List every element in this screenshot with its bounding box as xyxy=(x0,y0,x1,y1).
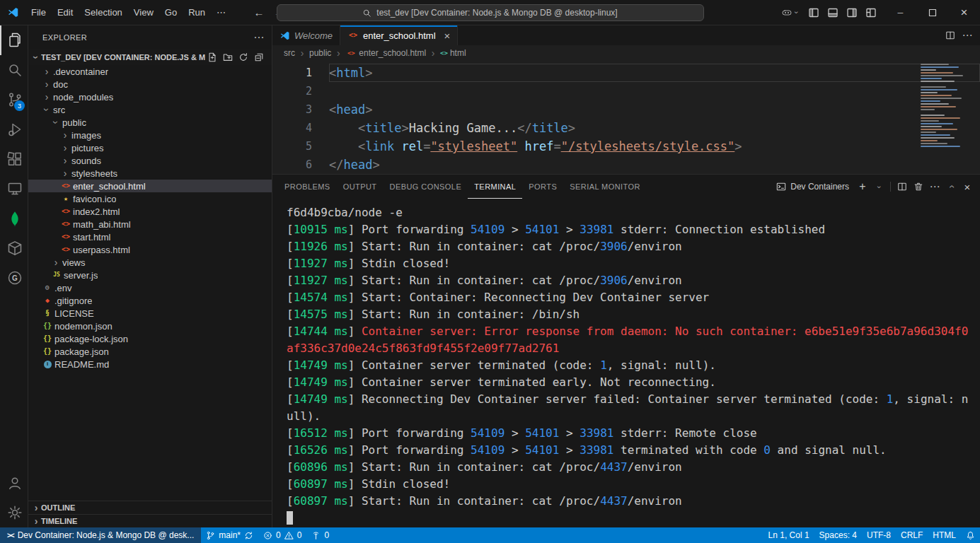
file-gitignore[interactable]: ◆.gitignore xyxy=(28,294,272,307)
search-icon[interactable] xyxy=(0,55,28,85)
indentation-setting[interactable]: Spaces: 4 xyxy=(814,527,862,543)
split-editor-button[interactable] xyxy=(943,28,957,42)
tab-enter-school-html[interactable]: <>enter_school.html xyxy=(340,25,458,45)
file-start-html[interactable]: <>start.html xyxy=(28,230,272,243)
copilot-menu-button[interactable] xyxy=(778,5,802,21)
go-back-icon[interactable] xyxy=(251,5,267,21)
git-branch-indicator[interactable]: main* xyxy=(201,527,258,543)
folder-stylesheets[interactable]: stylesheets xyxy=(28,167,272,180)
file-nodemon-json[interactable]: {}nodemon.json xyxy=(28,320,272,332)
folder-devcontainer[interactable]: .devcontainer xyxy=(28,65,272,78)
file-server-js[interactable]: JSserver.js xyxy=(28,269,272,281)
item-label: src xyxy=(53,105,65,115)
panel-tab-output[interactable]: OUTPUT xyxy=(337,175,384,199)
outline-section[interactable]: OUTLINE xyxy=(28,501,272,514)
new-terminal-button[interactable] xyxy=(855,180,870,194)
close-window-button[interactable] xyxy=(948,0,980,25)
breadcrumb-html[interactable]: html xyxy=(450,48,466,58)
menu-run[interactable]: Run xyxy=(183,4,211,21)
remote-explorer-icon[interactable] xyxy=(0,174,28,204)
folder-node-modules[interactable]: node_modules xyxy=(28,90,272,103)
kill-terminal-button[interactable] xyxy=(911,180,926,194)
file-package-json[interactable]: {}package.json xyxy=(28,345,272,358)
customize-layout-button[interactable] xyxy=(863,5,879,21)
language-mode[interactable]: HTML xyxy=(928,527,961,543)
eol-setting[interactable]: CRLF xyxy=(896,527,928,543)
settings-icon[interactable] xyxy=(0,498,28,527)
docker-icon[interactable] xyxy=(0,233,28,263)
panel-more-actions-icon[interactable] xyxy=(928,180,942,194)
menu-view[interactable]: View xyxy=(128,4,159,21)
panel-tab-problems[interactable]: PROBLEMS xyxy=(278,175,337,199)
toggle-secondary-sidebar-button[interactable] xyxy=(844,5,860,21)
breadcrumb-public[interactable]: public xyxy=(309,48,331,58)
terminal-dropdown-button[interactable] xyxy=(872,180,886,194)
terminal-profile-selector[interactable]: Dev Containers xyxy=(772,182,853,192)
toggle-panel-button[interactable] xyxy=(825,5,841,21)
file-userpass-html[interactable]: <>userpass.html xyxy=(28,243,272,256)
menu-more[interactable]: ⋯ xyxy=(211,4,231,21)
file-license[interactable]: §LICENSE xyxy=(28,307,272,320)
new-file-button[interactable] xyxy=(205,50,219,64)
close-panel-button[interactable] xyxy=(960,180,974,194)
notifications-bell[interactable] xyxy=(961,527,980,543)
folder-sounds[interactable]: sounds xyxy=(28,154,272,167)
file-enter-school-html[interactable]: <>enter_school.html xyxy=(28,180,272,192)
cursor-position[interactable]: Ln 1, Col 1 xyxy=(763,527,814,543)
run-and-debug-icon[interactable] xyxy=(0,115,28,144)
maximize-button[interactable] xyxy=(916,0,948,25)
panel-tab-debug-console[interactable]: DEBUG CONSOLE xyxy=(384,175,468,199)
collapse-folders-button[interactable] xyxy=(252,50,266,64)
project-root-folder[interactable]: TEST_DEV [DEV CONTAINER: NODE.JS & MONGO… xyxy=(28,49,272,65)
menu-selection[interactable]: Selection xyxy=(79,4,127,21)
remote-indicator[interactable]: Dev Container: Node.js & Mongo DB @ desk… xyxy=(0,527,201,543)
panel-tab-terminal[interactable]: TERMINAL xyxy=(468,175,522,199)
folder-pictures[interactable]: pictures xyxy=(28,141,272,154)
item-label: math_abi.html xyxy=(73,219,131,230)
menu-edit[interactable]: Edit xyxy=(52,4,79,21)
breadcrumb-enter-school-html[interactable]: enter_school.html xyxy=(359,48,426,58)
panel-tab-serial-monitor[interactable]: SERIAL MONITOR xyxy=(563,175,647,199)
code-editor[interactable]: 123456 <html><head> <title>Hacking Game.… xyxy=(272,61,980,174)
file-favicon-ico[interactable]: ★favicon.ico xyxy=(28,192,272,205)
file-index2-html[interactable]: <>index2.html xyxy=(28,205,272,218)
accounts-icon[interactable] xyxy=(0,468,28,498)
editor-more-actions-icon[interactable] xyxy=(960,28,974,42)
toggle-primary-sidebar-button[interactable] xyxy=(806,5,822,21)
favicon-file-icon: ★ xyxy=(60,195,71,202)
timeline-section[interactable]: TIMELINE xyxy=(28,514,272,527)
new-folder-button[interactable] xyxy=(221,50,235,64)
file-env[interactable]: ⚙.env xyxy=(28,281,272,294)
explorer-more-actions-icon[interactable] xyxy=(252,30,266,45)
problems-indicator[interactable]: 0 0 xyxy=(258,527,306,543)
terminal-output[interactable]: f6d4b9cba/node -e[10915 ms] Port forward… xyxy=(272,199,980,527)
file-package-lock-json[interactable]: {}package-lock.json xyxy=(28,332,272,345)
explorer-icon[interactable] xyxy=(0,25,28,55)
minimize-button[interactable] xyxy=(884,0,916,25)
command-center-search[interactable]: test_dev [Dev Container: Node.js & Mongo… xyxy=(277,4,704,21)
extensions-icon[interactable] xyxy=(0,144,28,174)
breadcrumb-src[interactable]: src xyxy=(284,48,295,58)
file-math-abi-html[interactable]: <>math_abi.html xyxy=(28,218,272,230)
folder-src[interactable]: src xyxy=(28,103,272,116)
menu-go[interactable]: Go xyxy=(159,4,183,21)
tab-welcome[interactable]: Welcome xyxy=(272,25,340,45)
folder-public[interactable]: public xyxy=(28,116,272,129)
encoding-setting[interactable]: UTF-8 xyxy=(862,527,896,543)
ports-indicator[interactable]: 0 xyxy=(306,527,334,543)
menu-file[interactable]: File xyxy=(25,4,52,21)
folder-views[interactable]: views xyxy=(28,256,272,269)
folder-images[interactable]: images xyxy=(28,129,272,141)
minimap[interactable] xyxy=(921,64,972,147)
folder-doc[interactable]: doc xyxy=(28,78,272,90)
maximize-panel-button[interactable] xyxy=(944,180,958,194)
split-terminal-button[interactable] xyxy=(895,180,909,194)
close-tab-icon[interactable] xyxy=(444,30,451,42)
outline-section-label: OUTLINE xyxy=(41,503,75,512)
g-extension-icon[interactable]: G xyxy=(0,263,28,293)
file-readme-md[interactable]: iREADME.md xyxy=(28,358,272,370)
refresh-explorer-button[interactable] xyxy=(236,50,250,64)
mongodb-icon[interactable] xyxy=(0,204,28,233)
source-control-icon[interactable]: 3 xyxy=(0,85,28,115)
panel-tab-ports[interactable]: PORTS xyxy=(522,175,563,199)
